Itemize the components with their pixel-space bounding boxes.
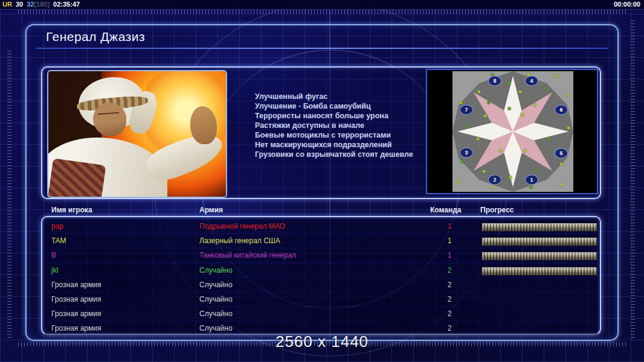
general-portrait xyxy=(47,70,227,198)
status-segment: UR xyxy=(2,1,12,8)
loading-screen: UR3032[180]02:35:47 00:00:00 Генерал Джа… xyxy=(0,0,644,362)
player-row: papПодрывной генерал МАО1 xyxy=(45,220,597,233)
player-army: Случайно xyxy=(199,278,233,291)
game-timer: 00:00:00 xyxy=(614,0,640,9)
loading-progress-bar xyxy=(481,237,597,246)
player-team: 2 xyxy=(431,307,468,320)
resource-dot xyxy=(478,91,481,94)
player-name: Грозная армия xyxy=(51,278,101,291)
resource-dot xyxy=(466,124,469,127)
title-underline xyxy=(36,48,608,49)
resolution-watermark: 2560 x 1440 xyxy=(0,332,644,351)
player-team: 1 xyxy=(431,234,468,247)
status-bar: UR3032[180]02:35:47 00:00:00 xyxy=(0,0,644,10)
resource-dot xyxy=(548,138,551,141)
loading-progress-bar xyxy=(481,267,597,276)
status-segment: 30 xyxy=(16,1,23,8)
resource-dot xyxy=(460,101,463,104)
player-army: Танковый китайский генерал xyxy=(199,249,296,262)
player-team: 2 xyxy=(431,293,468,306)
resource-dot xyxy=(567,94,570,97)
resource-dot xyxy=(500,150,503,153)
connection-status: UR3032[180]02:35:47 xyxy=(2,0,83,9)
player-name: B xyxy=(51,249,56,262)
player-row: Грозная армияСлучайно2 xyxy=(45,278,597,291)
start-position-marker: 8 xyxy=(488,76,501,86)
start-position-marker: 3 xyxy=(460,148,473,158)
player-name: pap xyxy=(51,220,63,233)
player-row: BТанковый китайский генерал1 xyxy=(45,249,597,262)
player-team: 2 xyxy=(431,264,468,277)
player-team: 1 xyxy=(431,249,468,262)
bandolier-art xyxy=(47,158,106,198)
resource-dot xyxy=(521,113,524,116)
bonus-line: Улучшение - Бомба самоубийц xyxy=(255,101,424,111)
player-team: 2 xyxy=(431,278,468,291)
player-row: Грозная армияСлучайно2 xyxy=(45,307,597,320)
column-header-team: Команда xyxy=(430,206,461,214)
resource-dot xyxy=(543,87,546,90)
column-header-player-name: Имя игрока xyxy=(51,206,92,214)
bonus-line: Улучшенный фугас xyxy=(255,92,424,101)
start-position-marker: 4 xyxy=(525,76,538,86)
column-header-army: Армия xyxy=(199,206,223,214)
bonus-line: Боевые мотоциклы с террористами xyxy=(255,130,424,140)
player-army: Случайно xyxy=(199,293,233,306)
resource-dot xyxy=(555,75,558,78)
resource-dot xyxy=(508,82,511,85)
resource-dot xyxy=(519,91,522,94)
player-team: 1 xyxy=(431,220,468,233)
ruler-top xyxy=(18,10,626,14)
resource-dot xyxy=(477,138,480,141)
status-segment: 02:35:47 xyxy=(53,1,80,8)
start-position-marker: 6 xyxy=(555,105,568,115)
resource-dot xyxy=(461,160,464,164)
player-row: TAMЛазерный генерал США1 xyxy=(45,234,597,247)
player-name: TAM xyxy=(51,234,66,247)
player-row: jklСлучайно2 xyxy=(45,264,597,277)
player-army: Случайно xyxy=(199,264,233,277)
resource-dot xyxy=(508,107,511,110)
player-army: Случайно xyxy=(199,307,233,320)
loading-progress-bar xyxy=(481,223,597,232)
resource-dot xyxy=(536,169,539,172)
player-name: Грозная армия xyxy=(51,307,101,320)
status-segment: 32 xyxy=(27,1,34,8)
bonus-line: Грузовики со взрывчаткой стоят дешевле xyxy=(255,150,424,159)
map-image: 12345678 xyxy=(452,71,573,192)
resource-dot xyxy=(509,176,512,179)
column-header-progress: Прогресс xyxy=(480,206,514,214)
resource-dot xyxy=(483,170,486,173)
resource-dot xyxy=(530,186,533,189)
player-name: Грозная армия xyxy=(51,293,101,306)
players-table: papПодрывной генерал МАО1TAMЛазерный ген… xyxy=(41,216,601,335)
bonus-line: Террористы наносят больше урона xyxy=(255,111,424,121)
start-position-marker: 7 xyxy=(460,105,473,115)
general-bonus-list: Улучшенный фугасУлучшение - Бомба самоуб… xyxy=(255,92,424,159)
start-position-marker: 5 xyxy=(555,148,568,159)
start-position-marker: 1 xyxy=(525,175,538,185)
ruler-left xyxy=(7,48,11,338)
status-segment: [180] xyxy=(34,1,50,8)
map-preview: 12345678 xyxy=(426,69,598,194)
ruler-right xyxy=(631,18,635,338)
map-star-pattern xyxy=(452,71,573,192)
resource-dot xyxy=(457,181,460,184)
bonus-line: Растяжки доступны в начале xyxy=(255,121,424,130)
player-army: Подрывной генерал МАО xyxy=(199,220,285,233)
resource-dot xyxy=(560,183,563,186)
player-name: jkl xyxy=(51,264,58,277)
general-face-art xyxy=(93,103,127,136)
loading-progress-bar xyxy=(481,252,597,261)
page-title: Генерал Джазиз xyxy=(46,30,145,44)
resource-dot xyxy=(524,150,527,153)
resource-dot xyxy=(560,163,563,166)
resource-dot xyxy=(488,101,491,104)
resource-dot xyxy=(533,104,536,107)
resource-dot xyxy=(484,115,487,118)
bonus-line: Нет маскирующихся подразделений xyxy=(255,140,424,150)
resource-dot xyxy=(567,127,570,130)
start-position-marker: 2 xyxy=(488,175,501,185)
player-army: Лазерный генерал США xyxy=(199,234,280,247)
player-row: Грозная армияСлучайно2 xyxy=(45,293,597,306)
